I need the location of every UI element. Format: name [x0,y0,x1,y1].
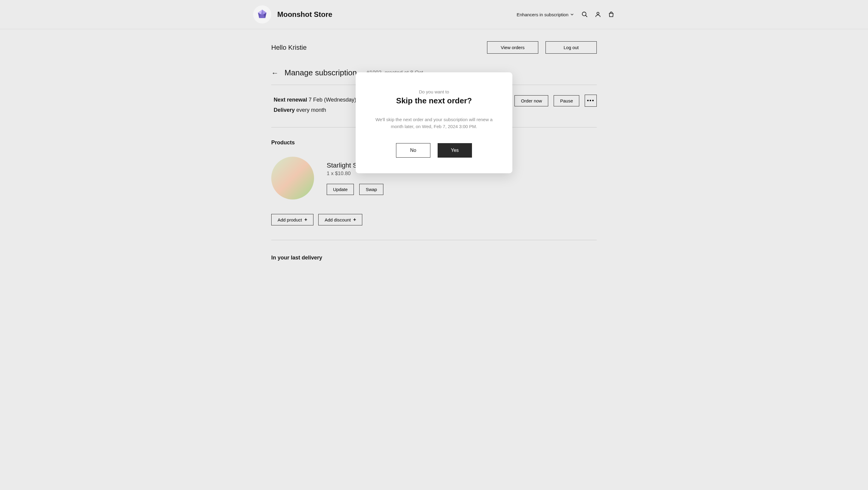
svg-line-7 [586,16,587,17]
add-discount-button[interactable]: Add discount + [318,214,362,225]
modal-title: Skip the next order? [374,96,494,105]
plus-icon: + [353,217,356,222]
product-image [271,157,314,200]
add-product-label: Add product [278,217,302,222]
greeting-text: Hello Kristie [271,44,307,52]
modal-body: We'll skip the next order and your subsc… [374,116,494,130]
swap-product-button[interactable]: Swap [359,184,383,195]
more-icon: ••• [587,98,595,103]
brand[interactable]: Moonshot Store [253,5,333,24]
update-product-button[interactable]: Update [327,184,354,195]
next-renewal-value: 7 Feb (Wednesday) [309,97,356,103]
modal-yes-button[interactable]: Yes [438,143,472,158]
nav-link-label: Enhancers in subscription [517,12,568,17]
renewal-info: Next renewal 7 Feb (Wednesday) Delivery … [271,95,356,115]
back-arrow-icon[interactable]: ← [271,69,278,76]
pause-button[interactable]: Pause [554,95,579,106]
chevron-down-icon [570,13,574,16]
view-orders-button[interactable]: View orders [487,41,538,54]
cart-icon[interactable] [608,11,615,18]
add-discount-label: Add discount [324,217,351,222]
account-icon[interactable] [594,11,601,18]
delivery-value: every month [296,107,326,113]
store-name: Moonshot Store [277,10,333,19]
order-now-button[interactable]: Order now [515,95,548,106]
modal-no-button[interactable]: No [396,143,430,158]
log-out-button[interactable]: Log out [546,41,597,54]
nav-enhancers[interactable]: Enhancers in subscription [517,12,574,17]
skip-order-modal: Do you want to Skip the next order? We'l… [355,72,513,173]
plus-icon: + [304,217,307,222]
modal-pretitle: Do you want to [374,89,494,94]
svg-point-8 [597,12,599,14]
delivery-label: Delivery [274,107,295,113]
add-product-button[interactable]: Add product + [271,214,313,225]
site-header: Moonshot Store Enhancers in subscription [0,0,868,29]
page-title: Manage subscription [284,68,357,78]
search-icon[interactable] [581,11,588,18]
gem-icon [256,8,268,21]
last-delivery-section-title: In your last delivery [271,255,597,261]
store-logo [253,5,271,24]
next-renewal-label: Next renewal [274,97,307,103]
svg-point-6 [582,12,586,16]
more-options-button[interactable]: ••• [585,95,597,107]
